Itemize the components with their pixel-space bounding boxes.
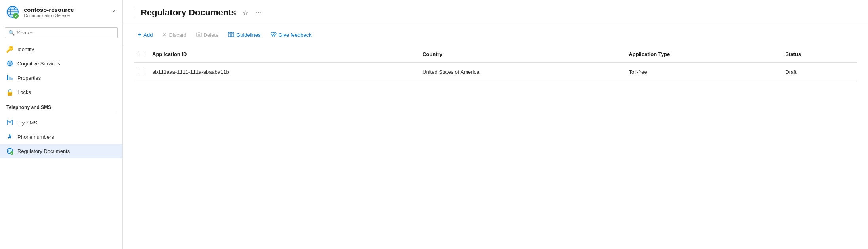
discard-icon: ✕ [162, 32, 167, 38]
nav-try-sms-label: Try SMS [17, 120, 37, 126]
guidelines-icon [228, 32, 234, 38]
discard-label: Discard [169, 32, 186, 38]
cell-application-type: Toll-free [625, 63, 781, 81]
section-divider [6, 113, 116, 113]
nav-phone-numbers[interactable]: # Phone numbers [0, 130, 122, 144]
resource-name: contoso-resource [24, 6, 107, 13]
svg-rect-12 [10, 77, 11, 80]
table-header-row: Application ID Country Application Type … [134, 46, 857, 63]
col-country: Country [419, 46, 625, 63]
svg-rect-13 [11, 78, 13, 80]
regulatory-table: Application ID Country Application Type … [134, 46, 857, 81]
nav-locks-label: Locks [17, 89, 31, 95]
table-area: Application ID Country Application Type … [123, 46, 868, 249]
collapse-sidebar-button[interactable]: « [111, 6, 117, 15]
feedback-label: Give feedback [279, 32, 312, 38]
resource-title-block: contoso-resource Communication Service [24, 6, 107, 18]
phone-numbers-icon: # [6, 133, 13, 140]
nav-properties[interactable]: Properties [0, 71, 122, 85]
row-checkbox-cell[interactable] [134, 63, 148, 81]
telephony-section-label: Telephony and SMS [0, 99, 122, 112]
properties-icon [6, 74, 13, 81]
svg-rect-11 [7, 75, 8, 80]
delete-label: Delete [204, 32, 219, 38]
page-header: Regulatory Documents ☆ ··· [123, 0, 868, 24]
page-title: Regulatory Documents [141, 8, 236, 18]
nav-cognitive-services[interactable]: Cognitive Services [0, 56, 122, 71]
search-input[interactable] [17, 30, 114, 36]
row-checkbox[interactable] [138, 69, 143, 74]
guidelines-label: Guidelines [236, 32, 260, 38]
svg-text:✓: ✓ [11, 152, 13, 155]
search-area: 🔍 [0, 23, 122, 42]
svg-point-10 [9, 62, 11, 65]
nav-identity[interactable]: 🔑 Identity [0, 42, 122, 56]
select-all-checkbox[interactable] [138, 51, 143, 56]
nav-properties-label: Properties [17, 75, 41, 81]
header-divider [134, 7, 134, 18]
locks-icon: 🔒 [6, 88, 13, 96]
toolbar: + Add ✕ Discard Delete [123, 24, 868, 46]
identity-icon: 🔑 [6, 46, 13, 53]
sidebar: ✓ contoso-resource Communication Service… [0, 0, 123, 249]
delete-icon [196, 32, 202, 38]
select-all-header[interactable] [134, 46, 148, 63]
cell-application-id: ab111aaa-1111-111a-abaaba11b [148, 63, 419, 81]
feedback-icon [270, 32, 277, 38]
main-content: Regulatory Documents ☆ ··· + Add ✕ Disca… [123, 0, 868, 249]
nav-regulatory-documents[interactable]: ✓ Regulatory Documents [0, 144, 122, 158]
delete-button[interactable]: Delete [192, 29, 223, 41]
svg-rect-26 [228, 32, 231, 37]
col-application-id: Application ID [148, 46, 419, 63]
give-feedback-button[interactable]: Give feedback [266, 29, 315, 41]
add-icon: + [138, 31, 141, 38]
svg-text:✓: ✓ [14, 14, 17, 18]
cell-country: United States of America [419, 63, 625, 81]
nav-cognitive-services-label: Cognitive Services [17, 61, 60, 67]
cognitive-services-icon [6, 60, 13, 67]
sidebar-header: ✓ contoso-resource Communication Service… [0, 0, 122, 23]
search-box[interactable]: 🔍 [5, 27, 118, 38]
nav-phone-numbers-label: Phone numbers [17, 134, 54, 140]
discard-button[interactable]: ✕ Discard [158, 29, 190, 40]
search-icon: 🔍 [8, 30, 15, 36]
cell-status: Draft [781, 63, 857, 81]
svg-rect-27 [231, 32, 234, 37]
col-application-type: Application Type [625, 46, 781, 63]
nav-locks[interactable]: 🔒 Locks [0, 85, 122, 99]
add-button[interactable]: + Add [134, 29, 157, 41]
svg-point-33 [273, 32, 276, 35]
favorite-button[interactable]: ☆ [241, 8, 250, 17]
app-logo-icon: ✓ [6, 5, 20, 19]
guidelines-button[interactable]: Guidelines [224, 29, 264, 41]
more-options-button[interactable]: ··· [254, 8, 263, 17]
try-sms-icon [6, 119, 13, 126]
regulatory-documents-icon: ✓ [6, 147, 13, 155]
table-row[interactable]: ab111aaa-1111-111a-abaaba11b United Stat… [134, 63, 857, 81]
nav-try-sms[interactable]: Try SMS [0, 115, 122, 130]
col-status: Status [781, 46, 857, 63]
nav-regulatory-documents-label: Regulatory Documents [17, 148, 70, 154]
add-label: Add [143, 32, 153, 38]
svg-rect-21 [197, 33, 201, 37]
resource-subtitle: Communication Service [24, 13, 107, 18]
nav-identity-label: Identity [17, 46, 34, 52]
